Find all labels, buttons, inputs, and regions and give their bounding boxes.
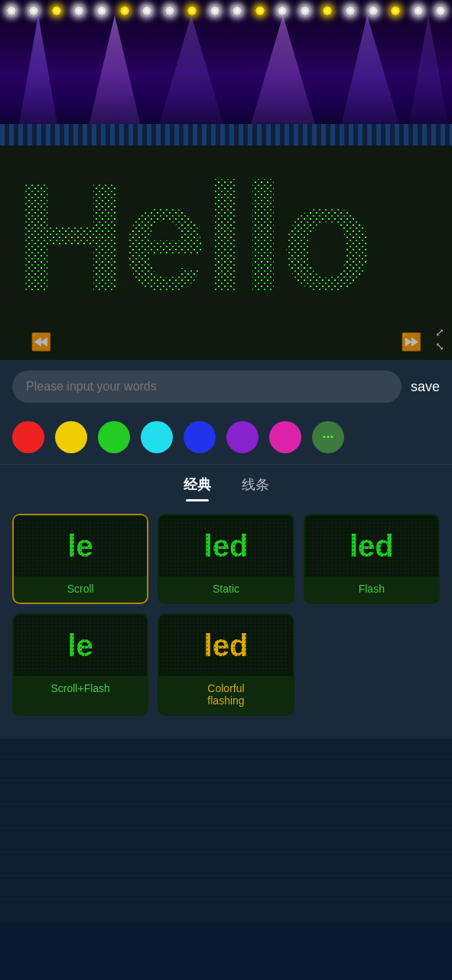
- color-purple[interactable]: [226, 421, 259, 453]
- color-green[interactable]: [98, 421, 130, 453]
- tab-lines-label: 线条: [242, 477, 269, 492]
- stage-light: [323, 6, 332, 15]
- tabs-row: 经典 线条: [0, 465, 452, 501]
- stage-light: [165, 6, 174, 15]
- style-flash-preview: led: [305, 515, 438, 577]
- color-picker-row: ···: [0, 413, 452, 465]
- input-area: save: [0, 360, 452, 413]
- color-blue[interactable]: [184, 421, 216, 453]
- tab-classic-label: 经典: [184, 477, 211, 492]
- color-red[interactable]: [12, 421, 44, 453]
- save-button[interactable]: save: [411, 379, 440, 395]
- styles-grid: le Scroll led Static led Flash le Scroll…: [0, 501, 452, 739]
- style-static-label: Static: [210, 577, 242, 603]
- style-scroll-flash-preview: le: [14, 615, 147, 676]
- led-text-container: Hello: [8, 161, 444, 314]
- style-colorful-preview: led: [159, 615, 292, 676]
- style-colorful[interactable]: led Colorfulflashing: [158, 613, 294, 716]
- stage-light: [97, 6, 106, 15]
- style-scroll-preview: le: [14, 515, 147, 577]
- expand-top-icon: ⤢: [435, 326, 444, 338]
- color-magenta[interactable]: [269, 421, 301, 453]
- style-scroll-label: Scroll: [64, 577, 97, 603]
- style-scroll-flash[interactable]: le Scroll+Flash: [12, 613, 148, 716]
- stage-light: [391, 6, 400, 15]
- style-static[interactable]: led Static: [158, 514, 294, 604]
- expand-icon[interactable]: ⤢ ⤡: [435, 326, 444, 352]
- color-cyan[interactable]: [141, 421, 173, 453]
- led-navigation: ⏪ ⏩: [0, 332, 452, 352]
- stage-light: [346, 6, 355, 15]
- stage-light: [120, 6, 129, 15]
- stage-light: [278, 6, 287, 15]
- stage-light: [74, 6, 83, 15]
- stage-light: [142, 6, 151, 15]
- expand-bottom-icon: ⤡: [435, 340, 444, 352]
- stage-area: [0, 0, 452, 145]
- stage-light: [255, 6, 265, 15]
- stage-light: [301, 6, 310, 15]
- led-display: Hello ⏪ ⏩ ⤢ ⤡: [0, 145, 452, 360]
- led-display-text: Hello: [8, 161, 370, 314]
- style-flash[interactable]: led Flash: [304, 514, 440, 604]
- stage-lights-row: [0, 6, 452, 15]
- style-flash-label: Flash: [356, 577, 388, 603]
- style-scroll-flash-label: Scroll+Flash: [47, 676, 112, 702]
- bottom-content: [0, 739, 452, 923]
- stage-light: [210, 6, 219, 15]
- tab-lines[interactable]: 线条: [242, 475, 269, 501]
- forward-arrow[interactable]: ⏩: [401, 332, 421, 352]
- stage-bottom-dots: [0, 124, 452, 145]
- style-colorful-label: Colorfulflashing: [204, 676, 247, 714]
- color-more[interactable]: ···: [312, 421, 344, 453]
- stage-light: [233, 6, 242, 15]
- tab-classic[interactable]: 经典: [184, 475, 211, 501]
- stage-light: [187, 6, 197, 15]
- stage-light: [414, 6, 423, 15]
- style-static-preview: led: [159, 515, 292, 577]
- color-yellow[interactable]: [55, 421, 87, 453]
- rewind-arrow[interactable]: ⏪: [31, 332, 51, 352]
- text-input[interactable]: [12, 371, 402, 403]
- stage-light: [29, 6, 38, 15]
- stage-light: [369, 6, 378, 15]
- stage-light: [436, 6, 445, 15]
- style-scroll[interactable]: le Scroll: [12, 514, 148, 604]
- stage-light: [7, 6, 16, 15]
- stage-light: [52, 6, 61, 15]
